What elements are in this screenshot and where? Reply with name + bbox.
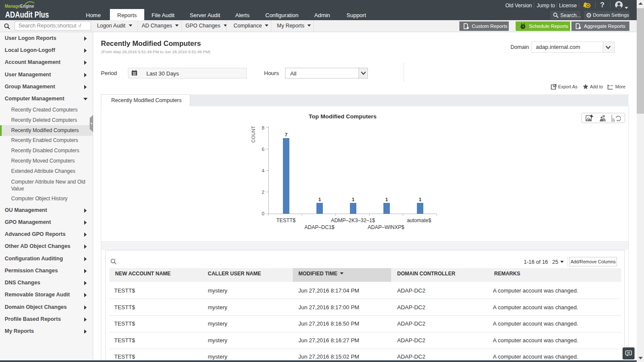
svg-text:1: 1 (385, 197, 388, 202)
svg-text:ADAP–DC1$: ADAP–DC1$ (304, 224, 334, 230)
svg-text:COUNT: COUNT (251, 126, 256, 142)
svg-text:6: 6 (262, 147, 264, 152)
svg-text:8: 8 (262, 125, 264, 130)
svg-text:1: 1 (419, 197, 421, 202)
svg-text:1: 1 (318, 197, 321, 202)
svg-text:automate$: automate$ (407, 217, 431, 223)
svg-text:ADMP–2K3–32–1$: ADMP–2K3–32–1$ (331, 217, 375, 223)
svg-text:0: 0 (262, 211, 264, 216)
svg-text:2: 2 (262, 190, 264, 195)
svg-text:1: 1 (352, 197, 354, 202)
svg-text:TESTT$: TESTT$ (276, 217, 296, 223)
svg-text:ADAP–WINXP$: ADAP–WINXP$ (368, 224, 404, 230)
svg-text:7: 7 (285, 132, 287, 137)
svg-text:4: 4 (262, 168, 265, 173)
